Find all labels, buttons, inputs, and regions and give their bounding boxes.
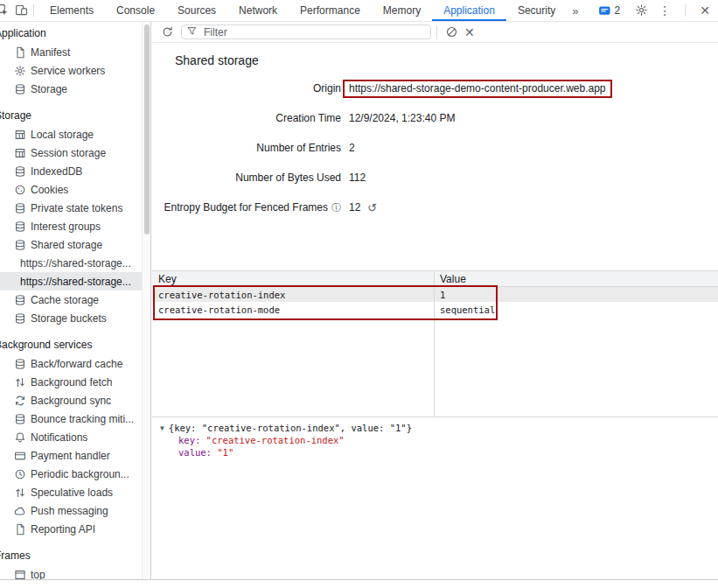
inspect-icon[interactable]: [0, 4, 10, 18]
grid-header-row: Key Value: [152, 271, 718, 287]
cloud-icon: [14, 505, 26, 517]
field-value-text: 12: [349, 201, 360, 214]
cell-key: creative-rotation-index: [152, 287, 435, 302]
sidebar-item-label: IndexedDB: [31, 165, 82, 178]
tab-elements[interactable]: Elements: [38, 0, 105, 21]
field-value-text: 112: [349, 172, 366, 184]
disclosure-triangle-icon[interactable]: ▼: [160, 424, 164, 432]
sidebar-item-label: https://shared-storage...: [20, 257, 131, 270]
sidebar-item-label: https://shared-storage...: [20, 276, 131, 288]
clock-icon: [14, 468, 26, 480]
document-icon: [14, 46, 26, 59]
tabbar-right-controls: 2 ⋮ ✕: [598, 0, 718, 21]
info-icon[interactable]: ⓘ: [331, 202, 341, 213]
sidebar-section-storage: Storage: [0, 107, 142, 125]
bell-icon: [14, 431, 26, 444]
sidebar-scrollbar[interactable]: [142, 22, 151, 579]
sidebar-item-speculative-loads[interactable]: Speculative loads: [0, 483, 142, 501]
sidebar-item-session-storage[interactable]: Session storage: [0, 144, 142, 162]
column-header-value[interactable]: Value: [435, 271, 718, 286]
speculative-icon: [14, 486, 26, 499]
field-value: 2: [349, 142, 355, 154]
metadata-fields: Originhttps://shared-storage-demo-conten…: [155, 80, 718, 215]
grid-empty-area: [152, 317, 718, 416]
column-header-key[interactable]: Key: [152, 271, 435, 286]
close-devtools-icon[interactable]: ✕: [700, 4, 710, 17]
database-icon: [14, 239, 26, 251]
tab-application[interactable]: Application: [432, 0, 506, 21]
sidebar-item-storage[interactable]: Storage: [0, 80, 142, 98]
more-tabs-button[interactable]: »: [567, 4, 583, 18]
sidebar-item-service-workers[interactable]: Service workers: [0, 61, 142, 80]
more-options-icon[interactable]: ⋮: [659, 4, 671, 17]
filter-box[interactable]: [181, 24, 431, 39]
sidebar-item-label: Bounce tracking miti...: [31, 413, 134, 425]
sidebar-item-background-fetch[interactable]: Background fetch: [0, 373, 142, 391]
field-value: https://shared-storage-demo-content-prod…: [349, 80, 612, 98]
sidebar-item-label: Cache storage: [31, 294, 99, 306]
filter-funnel-icon: [186, 25, 200, 39]
tab-console[interactable]: Console: [105, 0, 166, 21]
sidebar-item-storage-buckets[interactable]: Storage buckets: [0, 309, 142, 327]
issues-icon: [598, 4, 611, 18]
property-value: "creative-rotation-index": [206, 435, 345, 445]
sidebar-item-cache-storage[interactable]: Cache storage: [0, 290, 142, 309]
sidebar-item-label: Session storage: [31, 147, 106, 159]
issues-badge[interactable]: 2: [598, 4, 621, 18]
sidebar-item-indexeddb[interactable]: IndexedDB: [0, 162, 142, 180]
sidebar-item-periodic-backgroun[interactable]: Periodic backgroun...: [0, 465, 142, 483]
tab-performance[interactable]: Performance: [289, 0, 372, 21]
page-title: Shared storage: [175, 53, 718, 67]
settings-gear-icon[interactable]: [635, 4, 649, 18]
sidebar-item-notifications[interactable]: Notifications: [0, 428, 142, 446]
toolbar-separator: [33, 4, 34, 17]
sidebar-item-label: Background sync: [31, 395, 111, 407]
sidebar-item-manifest[interactable]: Manifest: [0, 43, 142, 61]
sidebar-item-https-shared-storage[interactable]: https://shared-storage...: [0, 254, 142, 272]
tab-memory[interactable]: Memory: [372, 0, 432, 21]
filter-input[interactable]: [204, 26, 426, 38]
sidebar-item-background-sync[interactable]: Background sync: [0, 391, 142, 410]
sidebar-item-label: top: [31, 569, 45, 580]
field-label: Number of Entries: [155, 142, 341, 154]
sidebar-item-bounce-tracking-miti[interactable]: Bounce tracking miti...: [0, 410, 142, 428]
property-value: "1": [217, 447, 234, 458]
sidebar-item-cookies[interactable]: Cookies: [0, 180, 142, 199]
delete-selected-icon[interactable]: ✕: [464, 26, 475, 38]
sidebar-item-payment-handler[interactable]: Payment handler: [0, 446, 142, 465]
database-icon: [14, 413, 26, 425]
sidebar-item-shared-storage[interactable]: Shared storage: [0, 235, 142, 254]
sidebar-item-top[interactable]: top: [0, 565, 142, 579]
tab-sources[interactable]: Sources: [166, 0, 227, 21]
sidebar-item-label: Service workers: [31, 65, 105, 77]
sidebar-item-label: Storage buckets: [31, 312, 107, 325]
empty-key-column: [152, 317, 435, 416]
refresh-icon[interactable]: [161, 25, 175, 39]
tab-security[interactable]: Security: [506, 0, 567, 21]
field-entropy-budget-for-fenced-frames: Entropy Budget for Fenced Framesⓘ12↺: [155, 200, 718, 215]
sidebar-item-back-forward-cache[interactable]: Back/forward cache: [0, 354, 142, 373]
reset-budget-icon[interactable]: ↺: [367, 201, 377, 214]
table-row[interactable]: creative-rotation-modesequential: [152, 302, 718, 317]
table-row[interactable]: creative-rotation-index1: [152, 287, 718, 302]
tab-network[interactable]: Network: [227, 0, 289, 21]
sidebar-item-reporting-api[interactable]: Reporting API: [0, 520, 142, 538]
field-label: Origin: [155, 82, 341, 94]
sidebar-item-private-state-tokens[interactable]: Private state tokens: [0, 199, 142, 217]
sidebar-item-label: Notifications: [31, 431, 87, 444]
sidebar-section-background-services: Background services: [0, 336, 142, 354]
database-icon: [14, 202, 26, 214]
scrollbar-thumb[interactable]: [144, 24, 150, 234]
object-summary: {key: "creative-rotation-index", value: …: [169, 423, 412, 433]
sync-icon: [14, 395, 26, 407]
sidebar-item-interest-groups[interactable]: Interest groups: [0, 217, 142, 235]
device-toolbar-icon[interactable]: [15, 4, 29, 18]
clear-all-icon[interactable]: [445, 25, 459, 39]
sidebar-item-local-storage[interactable]: Local storage: [0, 125, 142, 144]
sidebar-item-label: Local storage: [31, 129, 94, 141]
sidebar-item-https-shared-storage[interactable]: https://shared-storage...: [0, 272, 142, 290]
sidebar-item-label: Interest groups: [31, 220, 101, 233]
sidebar-item-push-messaging[interactable]: Push messaging: [0, 501, 142, 520]
field-value: 12/9/2024, 1:23:40 PM: [349, 112, 455, 124]
empty-value-column: [435, 317, 718, 416]
